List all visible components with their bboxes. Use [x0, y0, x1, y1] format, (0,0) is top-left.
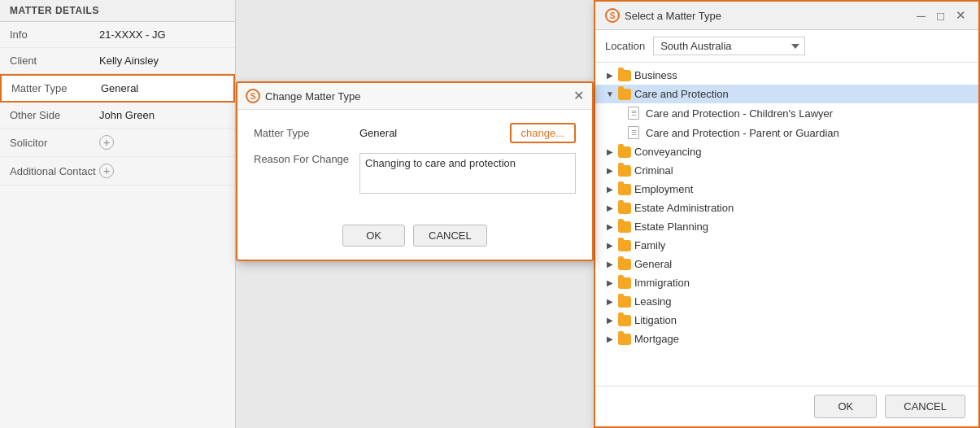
info-value: 21-XXXX - JG	[99, 28, 166, 41]
smt-footer: OK CANCEL	[595, 386, 978, 426]
tree-item-immigration[interactable]: ▶ Immigration	[595, 273, 978, 292]
chevron-right-icon: ▶	[605, 71, 615, 81]
folder-icon-fam	[618, 240, 631, 251]
tree-item-criminal[interactable]: ▶ Criminal	[595, 161, 978, 180]
smt-maximize-button[interactable]: □	[934, 8, 947, 23]
tree-item-mortgage[interactable]: ▶ Mortgage	[595, 330, 978, 348]
folder-icon-imm	[618, 277, 631, 289]
folder-icon-lea	[618, 296, 631, 308]
tree-item-estate-admin[interactable]: ▶ Estate Administration	[595, 199, 978, 217]
folder-icon-care	[618, 89, 631, 100]
solicitor-label: Solicitor	[10, 137, 99, 149]
matter-row-matter-type[interactable]: Matter Type General	[0, 74, 235, 103]
folder-icon-gen	[618, 259, 631, 270]
other-side-label: Other Side	[10, 109, 99, 121]
tree-item-general[interactable]: ▶ General	[595, 255, 978, 273]
matter-row-client: Client Kelly Ainsley	[0, 48, 235, 74]
change-matter-body: Matter Type General change... Reason For…	[237, 110, 592, 216]
change-matter-ok-button[interactable]: OK	[342, 225, 405, 247]
tree-label-general: General	[634, 258, 972, 270]
change-matter-cancel-button[interactable]: CANCEL	[413, 225, 487, 247]
additional-contact-add-icon[interactable]: +	[99, 164, 114, 178]
chevron-right-icon-mor: ▶	[605, 334, 615, 344]
chevron-right-icon-crim: ▶	[605, 166, 615, 176]
smt-tree-container: ▶ Business ▼ Care and Protection ☰ Care …	[595, 63, 978, 388]
change-matter-dialog: S Change Matter Type ✕ Matter Type Gener…	[236, 81, 594, 261]
tree-label-care-guardian: Care and Protection - Parent or Guardian	[642, 127, 972, 139]
sw-logo-small: S	[246, 89, 260, 103]
tree-label-immigration: Immigration	[634, 277, 972, 289]
location-select[interactable]: South Australia Australian Capital Terri…	[653, 37, 805, 55]
smt-close-button[interactable]: ✕	[953, 8, 969, 23]
matter-type-row: Matter Type General change...	[254, 123, 576, 143]
folder-icon-mor	[618, 334, 631, 345]
tree-label-business: Business	[634, 69, 972, 81]
tree-item-family[interactable]: ▶ Family	[595, 236, 978, 255]
tree-item-care-protection[interactable]: ▼ Care and Protection	[595, 85, 978, 103]
tree-label-leasing: Leasing	[634, 295, 972, 308]
folder-icon	[618, 70, 631, 81]
tree-label-estate-planning: Estate Planning	[634, 221, 972, 233]
chevron-right-icon-emp: ▶	[605, 185, 615, 194]
matter-details-title: MATTER DETAILS	[0, 0, 235, 22]
folder-icon-estp	[618, 221, 631, 233]
info-label: Info	[10, 28, 99, 41]
matter-row-other-side: Other Side John Green	[0, 103, 235, 129]
chevron-down-icon: ▼	[605, 90, 615, 99]
folder-icon-conv	[618, 146, 631, 158]
chevron-right-icon-imm: ▶	[605, 278, 615, 288]
chevron-right-icon-lit: ▶	[605, 316, 615, 325]
change-matter-close-button[interactable]: ✕	[573, 90, 584, 103]
folder-icon-emp	[618, 184, 631, 195]
tree-label-conveyancing: Conveyancing	[634, 146, 972, 158]
chevron-right-icon-conv: ▶	[605, 147, 615, 157]
smt-minimize-button[interactable]: ─	[914, 8, 928, 23]
smt-location-bar: Location South Australia Australian Capi…	[595, 30, 978, 63]
folder-icon-lit	[618, 315, 631, 326]
tree-item-leasing[interactable]: ▶ Leasing	[595, 292, 978, 311]
other-side-value: John Green	[99, 109, 155, 121]
chevron-right-icon-lea: ▶	[605, 297, 615, 307]
matter-type-field-label: Matter Type	[254, 127, 359, 139]
tree-item-litigation[interactable]: ▶ Litigation	[595, 311, 978, 330]
tree-item-estate-planning[interactable]: ▶ Estate Planning	[595, 217, 978, 236]
doc-icon-childrens: ☰	[628, 107, 639, 120]
tree-label-mortgage: Mortgage	[634, 333, 972, 345]
tree-item-employment[interactable]: ▶ Employment	[595, 180, 978, 199]
smt-title-bar: S Select a Matter Type ─ □ ✕	[595, 2, 978, 30]
tree-label-care-childrens: Care and Protection - Children's Lawyer	[642, 107, 972, 120]
change-matter-title-bar: S Change Matter Type ✕	[237, 83, 592, 110]
chevron-right-icon-estp: ▶	[605, 222, 615, 232]
tree-item-business[interactable]: ▶ Business	[595, 66, 978, 85]
reason-textarea[interactable]: Changing to care and protection	[359, 153, 576, 194]
matter-type-label: Matter Type	[11, 82, 101, 94]
chevron-right-icon-fam: ▶	[605, 241, 615, 251]
client-value: Kelly Ainsley	[99, 55, 159, 67]
doc-icon-guardian: ☰	[628, 126, 639, 139]
smt-ok-button[interactable]: OK	[814, 395, 877, 418]
tree-label-family: Family	[634, 239, 972, 251]
tree-item-care-childrens[interactable]: ☰ Care and Protection - Children's Lawye…	[595, 103, 978, 123]
client-label: Client	[10, 55, 99, 67]
smt-title-text: Select a Matter Type	[625, 10, 721, 22]
location-label: Location	[605, 40, 645, 52]
tree-label-estate-admin: Estate Administration	[634, 202, 972, 214]
tree-label-litigation: Litigation	[634, 314, 972, 326]
change-matter-title-text: Change Matter Type	[265, 90, 361, 103]
select-matter-dialog: S Select a Matter Type ─ □ ✕ Location So…	[594, 0, 980, 428]
tree-label-care-protection: Care and Protection	[634, 88, 972, 100]
tree-item-conveyancing[interactable]: ▶ Conveyancing	[595, 142, 978, 161]
matter-details-panel: MATTER DETAILS Info 21-XXXX - JG Client …	[0, 0, 236, 428]
smt-cancel-button[interactable]: CANCEL	[885, 395, 965, 418]
sw-logo: S	[605, 8, 620, 23]
chevron-right-icon-esta: ▶	[605, 203, 615, 213]
tree-label-criminal: Criminal	[634, 164, 972, 177]
matter-type-value: General	[101, 82, 138, 94]
solicitor-add-icon[interactable]: +	[99, 135, 114, 150]
change-matter-type-button[interactable]: change...	[510, 123, 577, 143]
change-matter-title-left: S Change Matter Type	[246, 89, 361, 103]
tree-item-care-guardian[interactable]: ☰ Care and Protection - Parent or Guardi…	[595, 123, 978, 142]
matter-row-info: Info 21-XXXX - JG	[0, 22, 235, 48]
matter-type-field-value: General	[359, 127, 510, 139]
smt-win-controls: ─ □ ✕	[914, 8, 969, 23]
